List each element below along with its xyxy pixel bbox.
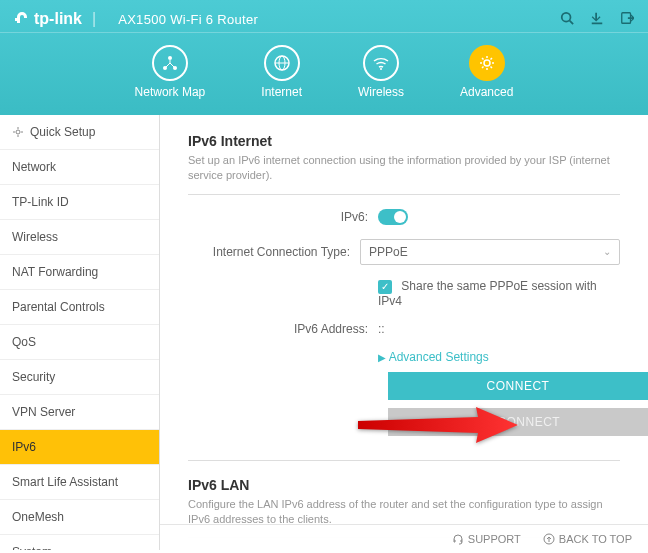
share-pppoe-label: Share the same PPPoE session with IPv4 — [378, 279, 597, 308]
back-to-top-link[interactable]: BACK TO TOP — [543, 533, 632, 545]
tab-network-map[interactable]: Network Map — [135, 45, 206, 99]
section-title-ipv6-lan: IPv6 LAN — [188, 477, 620, 493]
tab-label: Advanced — [460, 85, 513, 99]
ipv6-addr-label: IPv6 Address: — [188, 322, 378, 336]
svg-point-11 — [16, 130, 20, 134]
select-value: PPPoE — [369, 245, 408, 259]
network-map-icon — [161, 54, 179, 72]
disconnect-button[interactable]: DISCONNECT — [388, 408, 648, 436]
sidebar-item-onemesh[interactable]: OneMesh — [0, 500, 159, 535]
gear-icon — [478, 54, 496, 72]
sidebar-item-wireless[interactable]: Wireless — [0, 220, 159, 255]
sidebar-item-parental-controls[interactable]: Parental Controls — [0, 290, 159, 325]
nav-tabs: Network Map Internet Wireless Advanced — [0, 33, 648, 115]
tab-label: Internet — [261, 85, 302, 99]
sidebar-item-qos[interactable]: QoS — [0, 325, 159, 360]
sidebar-item-tplink-id[interactable]: TP-Link ID — [0, 185, 159, 220]
conn-type-label: Internet Connection Type: — [188, 245, 360, 259]
sidebar-item-security[interactable]: Security — [0, 360, 159, 395]
sidebar-item-system[interactable]: System — [0, 535, 159, 550]
search-icon[interactable] — [560, 11, 574, 28]
sidebar-item-network[interactable]: Network — [0, 150, 159, 185]
svg-point-9 — [380, 68, 382, 70]
gear-icon — [12, 126, 24, 138]
separator: | — [92, 10, 96, 28]
sidebar: Quick Setup Network TP-Link ID Wireless … — [0, 115, 160, 550]
ipv6-addr-value: :: — [378, 322, 620, 336]
brand-logo: tp-link — [14, 10, 82, 28]
support-link[interactable]: SUPPORT — [452, 533, 521, 545]
sidebar-item-nat-forwarding[interactable]: NAT Forwarding — [0, 255, 159, 290]
tplink-icon — [14, 11, 30, 27]
section-title-ipv6-internet: IPv6 Internet — [188, 133, 620, 149]
footer: SUPPORT BACK TO TOP — [160, 524, 648, 553]
svg-point-10 — [484, 60, 490, 66]
share-pppoe-checkbox[interactable]: ✓ — [378, 280, 392, 294]
download-icon[interactable] — [590, 11, 604, 28]
section-desc: Set up an IPv6 internet connection using… — [188, 153, 620, 195]
tab-internet[interactable]: Internet — [261, 45, 302, 99]
sidebar-item-quick-setup[interactable]: Quick Setup — [0, 115, 159, 150]
conn-type-select[interactable]: PPPoE ⌄ — [360, 239, 620, 265]
model-text: AX1500 Wi-Fi 6 Router — [118, 12, 258, 27]
svg-point-3 — [168, 56, 172, 60]
wifi-icon — [372, 54, 390, 72]
globe-icon — [273, 54, 291, 72]
sidebar-item-ipv6[interactable]: IPv6 — [0, 430, 159, 465]
headset-icon — [452, 533, 464, 545]
ipv6-toggle[interactable] — [378, 209, 408, 225]
sidebar-item-smart-life[interactable]: Smart Life Assistant — [0, 465, 159, 500]
svg-point-0 — [562, 12, 571, 21]
content-panel: IPv6 Internet Set up an IPv6 internet co… — [160, 115, 648, 550]
tab-label: Wireless — [358, 85, 404, 99]
sidebar-item-vpn-server[interactable]: VPN Server — [0, 395, 159, 430]
tab-label: Network Map — [135, 85, 206, 99]
arrow-up-icon — [543, 533, 555, 545]
header: tp-link | AX1500 Wi-Fi 6 Router Network … — [0, 0, 648, 115]
ipv6-label: IPv6: — [188, 210, 378, 224]
tab-wireless[interactable]: Wireless — [358, 45, 404, 99]
play-icon: ▶ — [378, 352, 386, 363]
advanced-settings-link[interactable]: ▶ Advanced Settings — [378, 350, 489, 364]
connect-button[interactable]: CONNECT — [388, 372, 648, 400]
brand-text: tp-link — [34, 10, 82, 28]
utility-icons — [560, 11, 634, 28]
logout-icon[interactable] — [620, 11, 634, 28]
tab-advanced[interactable]: Advanced — [460, 45, 513, 99]
svg-line-1 — [570, 20, 574, 24]
titlebar: tp-link | AX1500 Wi-Fi 6 Router — [0, 0, 648, 33]
chevron-down-icon: ⌄ — [603, 246, 611, 257]
